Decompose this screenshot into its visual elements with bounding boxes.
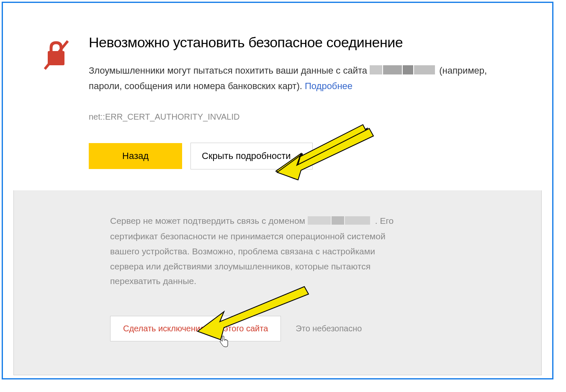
svg-rect-4 — [403, 65, 413, 74]
warning-prefix: Злоумышленники могут пытаться похитить в… — [89, 65, 370, 76]
redacted-domain — [370, 64, 437, 79]
triangle-up-icon: ▲ — [296, 153, 302, 159]
unsafe-warning: Это небезопасно — [296, 324, 362, 333]
redacted-domain-details — [308, 214, 373, 229]
main-error-section: Невозможно установить безопасное соедине… — [3, 3, 552, 190]
hide-details-label: Скрыть подробности — [202, 151, 291, 161]
details-message: Сервер не может подтвердить связь с доме… — [110, 213, 395, 289]
insecure-lock-icon — [41, 38, 72, 73]
back-button[interactable]: Назад — [89, 143, 182, 169]
svg-rect-7 — [332, 216, 344, 225]
svg-rect-5 — [414, 65, 435, 74]
error-title: Невозможно установить безопасное соедине… — [89, 34, 494, 51]
svg-rect-6 — [308, 216, 331, 225]
details-prefix: Сервер не может подтвердить связь с доме… — [110, 216, 305, 225]
learn-more-link[interactable]: Подробнее — [305, 81, 352, 91]
svg-rect-2 — [370, 65, 382, 74]
security-error-page: Невозможно установить безопасное соедине… — [2, 2, 553, 379]
details-section: Сервер не может подтвердить связь с доме… — [13, 190, 542, 375]
warning-message: Злоумышленники могут пытаться похитить в… — [89, 63, 494, 93]
hide-details-button[interactable]: Скрыть подробности ▲ — [190, 143, 313, 169]
svg-rect-1 — [48, 51, 64, 65]
svg-rect-8 — [345, 216, 370, 225]
svg-rect-3 — [383, 65, 402, 74]
error-code: net::ERR_CERT_AUTHORITY_INVALID — [89, 112, 494, 122]
make-exception-button[interactable]: Сделать исключение для этого сайта — [110, 316, 281, 341]
